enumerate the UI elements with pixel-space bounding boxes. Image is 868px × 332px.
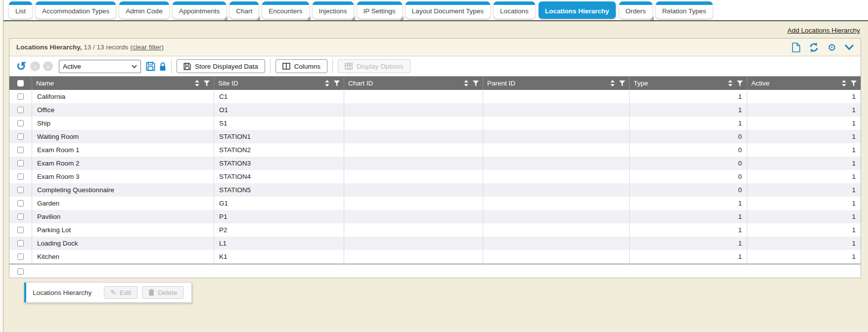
column-header-name[interactable]: Name: [32, 77, 214, 90]
row-checkbox[interactable]: [17, 120, 24, 126]
collapse-panel-icon[interactable]: [845, 44, 854, 50]
table-row[interactable]: Exam Room 1STATION201: [9, 143, 861, 157]
cell-parent-id: [483, 170, 629, 183]
table-row[interactable]: Waiting RoomSTATION101: [9, 130, 861, 143]
sort-icon[interactable]: [610, 80, 615, 86]
tab-locations-hierarchy[interactable]: Locations Hierarchy: [539, 1, 616, 19]
cell-chart-id: [344, 130, 483, 143]
sort-icon[interactable]: [842, 80, 846, 86]
tab-ip-settings[interactable]: IP Settings: [357, 1, 402, 19]
delete-button[interactable]: Delete: [142, 286, 183, 299]
row-checkbox-cell: [9, 197, 32, 210]
row-checkbox[interactable]: [17, 133, 24, 140]
row-checkbox[interactable]: [17, 253, 24, 260]
lock-icon[interactable]: [159, 62, 166, 71]
filter-icon[interactable]: [473, 81, 479, 86]
column-header-site-id[interactable]: Site ID: [214, 77, 344, 90]
tab-layout-document-types[interactable]: Layout Document Types: [406, 1, 490, 19]
tab-chart[interactable]: Chart: [229, 1, 259, 19]
column-header-active[interactable]: Active: [747, 77, 861, 90]
record-count: 13 / 13 records: [84, 43, 128, 51]
select-all-checkbox[interactable]: [17, 80, 24, 86]
cell-name: Exam Room 1: [32, 143, 214, 157]
clear-filter-link[interactable]: (clear filter): [130, 43, 164, 51]
cell-site-id: L1: [214, 237, 344, 250]
column-header-type[interactable]: Type: [629, 77, 747, 90]
row-checkbox[interactable]: [17, 200, 24, 207]
filter-icon[interactable]: [204, 81, 210, 86]
tab-accommodation-types[interactable]: Accommodation Types: [36, 1, 116, 19]
tab-accent-cap: [656, 1, 713, 5]
table-row[interactable]: KitchenK111: [9, 250, 861, 263]
table-row[interactable]: ShipS111: [9, 117, 861, 130]
tab-accent-cap: [406, 1, 490, 5]
cell-name: Parking Lot: [32, 223, 214, 237]
store-displayed-data-button[interactable]: Store Displayed Data: [177, 59, 265, 73]
filter-icon[interactable]: [851, 81, 857, 86]
table-row[interactable]: CaliforniaC111: [9, 90, 861, 103]
edit-button[interactable]: ✎ Edit: [104, 286, 137, 299]
row-checkbox[interactable]: [17, 173, 24, 180]
cell-active: 1: [747, 210, 861, 223]
cell-name: Pavilion: [32, 210, 214, 223]
tab-admin-code[interactable]: Admin Code: [119, 1, 169, 19]
cell-parent-id: [483, 103, 629, 117]
filter-icon[interactable]: [619, 81, 625, 86]
refresh-icon[interactable]: [809, 42, 819, 52]
filter-icon[interactable]: [334, 81, 340, 86]
table-row[interactable]: OfficeO111: [9, 103, 861, 117]
cell-chart-id: [344, 157, 483, 170]
table-row[interactable]: Completing QuestionnaireSTATION501: [9, 183, 861, 197]
tab-orders[interactable]: Orders: [619, 1, 652, 19]
row-checkbox[interactable]: [17, 240, 24, 247]
table-row[interactable]: PavilionP111: [9, 210, 861, 223]
filter-icon[interactable]: [737, 81, 743, 86]
column-header-parent-id[interactable]: Parent ID: [483, 77, 629, 90]
sort-icon[interactable]: [728, 80, 732, 86]
table-row[interactable]: Loading DockL111: [9, 237, 861, 250]
sort-icon[interactable]: [195, 80, 199, 86]
nav-back-button[interactable]: ‹: [30, 61, 40, 71]
row-checkbox[interactable]: [17, 213, 24, 220]
columns-button[interactable]: Columns: [275, 59, 327, 73]
row-checkbox-cell: [9, 183, 32, 197]
cell-parent-id: [483, 90, 629, 103]
table-row[interactable]: GardenG111: [9, 197, 861, 210]
tab-relation-types[interactable]: Relation Types: [656, 1, 713, 19]
nav-forward-button[interactable]: ›: [43, 61, 53, 71]
cell-chart-id: [344, 223, 483, 237]
sort-icon[interactable]: [325, 80, 329, 86]
cell-site-id: O1: [214, 103, 344, 117]
row-checkbox[interactable]: [17, 160, 24, 166]
sort-icon[interactable]: [464, 80, 468, 86]
display-options-button[interactable]: Display Options: [338, 59, 411, 73]
row-checkbox[interactable]: [17, 93, 24, 100]
column-header-chart-id[interactable]: Chart ID: [344, 77, 483, 90]
row-checkbox[interactable]: [17, 147, 24, 153]
undo-icon[interactable]: ↺: [16, 61, 26, 71]
tab-accent-cap: [36, 1, 116, 5]
add-locations-hierarchy-link[interactable]: Add Locations Hierarchy: [787, 27, 860, 34]
table-row[interactable]: Exam Room 3STATION401: [9, 170, 861, 183]
table-footer-row: [9, 263, 861, 278]
filter-select[interactable]: Active: [59, 60, 141, 73]
tab-label: Chart: [229, 5, 259, 19]
cell-active: 1: [747, 130, 861, 143]
tab-encounters[interactable]: Encounters: [262, 1, 309, 19]
tab-appointments[interactable]: Appointments: [173, 1, 227, 19]
footer-checkbox[interactable]: [17, 268, 24, 275]
row-checkbox[interactable]: [17, 227, 24, 233]
gear-icon[interactable]: ⚙: [827, 42, 836, 53]
table-row[interactable]: Parking LotP211: [9, 223, 861, 237]
tab-injections[interactable]: Injections: [313, 1, 354, 19]
row-checkbox-cell: [9, 90, 32, 103]
cell-site-id: STATION3: [214, 157, 344, 170]
tab-list[interactable]: List: [9, 1, 32, 19]
row-checkbox[interactable]: [17, 107, 24, 113]
new-document-icon[interactable]: [792, 42, 800, 52]
table-row[interactable]: Exam Room 2STATION301: [9, 157, 861, 170]
tab-locations[interactable]: Locations: [494, 1, 535, 19]
save-view-icon[interactable]: [146, 62, 155, 71]
row-checkbox[interactable]: [17, 187, 24, 193]
cell-site-id: S1: [214, 117, 344, 130]
